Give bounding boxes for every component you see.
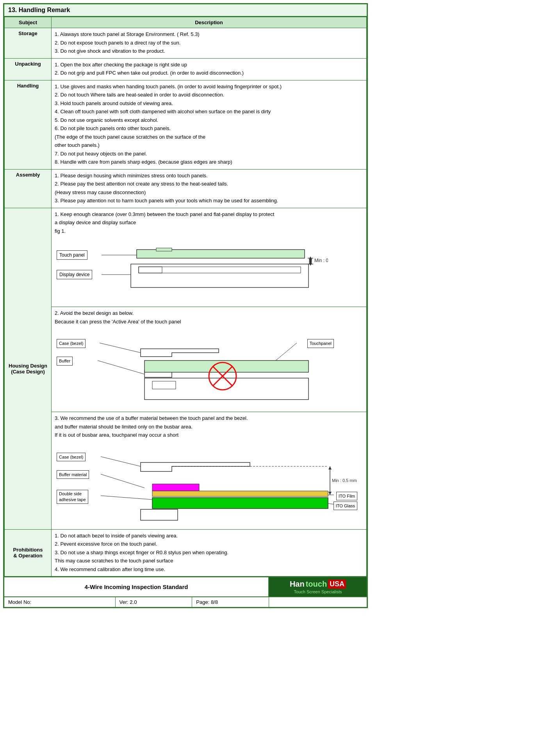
svg-rect-18 [144,361,309,372]
table-row: Handling 1. Use gloves and masks when ha… [5,80,367,169]
svg-marker-30 [328,466,332,469]
subject-prohibitions: Prohibitions & Operation [5,529,52,577]
desc-storage: 1. Alaways store touch panel at Storage … [52,28,367,59]
footer-logo: Han touch USA Touch Screen Specialists [269,577,367,596]
svg-marker-31 [328,492,332,495]
svg-rect-38 [141,509,178,520]
logo-touch: touch [306,580,327,589]
subject-handling: Handling [5,80,52,169]
model-no-cell: Model No: [4,597,116,607]
version-label: Ver: 2.0 [119,599,137,605]
document-title: 13. Handling Remark [4,4,367,17]
svg-text:Min : 0.3mm: Min : 0.3mm [314,258,328,263]
svg-marker-16 [141,349,219,357]
diagram-bezel: Case (bezel) Buffer Touchpanel [55,331,336,409]
table-row: Assembly 1. Please design housing which … [5,169,367,208]
bezel-diagram-svg [55,331,336,409]
logo-usa: USA [328,580,346,589]
desc-prohibitions: 1. Do not attach bezel to inside of pane… [52,529,367,577]
model-label: Model No: [8,599,31,605]
table-row-housing-2: 2. Avoid the bezel design as below. Beca… [5,307,367,412]
table-row: Unpacking 1. Open the box after checking… [5,58,367,80]
subject-housing-design: Housing Design(Case Design) [5,208,52,529]
page-cell: Page: 8/8 [192,597,269,607]
clearance-diagram-svg: Min : 0.3mm [55,239,328,299]
table-row-prohibitions: Prohibitions & Operation 1. Do not attac… [5,529,367,577]
logo-brand: Han touch USA [290,580,346,589]
desc-housing-2: 2. Avoid the bezel design as below. Beca… [52,307,367,412]
subject-storage: Storage [5,28,52,59]
page-label: Page: 8/8 [196,599,218,605]
svg-rect-2 [156,248,172,251]
version-cell: Ver: 2.0 [116,597,193,607]
svg-rect-20 [152,381,176,389]
logo-tagline: Touch Screen Specialists [294,589,342,594]
svg-rect-33 [152,484,199,491]
table-row: Storage 1. Alaways store touch panel at … [5,28,367,59]
svg-marker-11 [309,261,312,264]
footer: 4-Wire Incoming Inspection Standard Han … [4,577,367,596]
svg-line-15 [273,343,297,362]
col-subject: Subject [5,17,52,28]
svg-rect-36 [152,498,328,509]
svg-rect-34 [152,491,328,496]
footer-center-text: 4-Wire Incoming Inspection Standard [4,577,269,596]
svg-rect-4 [131,264,309,287]
desc-housing-3: 3. We recommend the use of a buffer mate… [52,412,367,530]
bottom-bar: Model No: Ver: 2.0 Page: 8/8 [4,596,367,607]
svg-marker-10 [309,258,312,261]
svg-line-13 [100,343,141,353]
svg-marker-27 [141,462,250,471]
svg-rect-5 [139,267,301,273]
buffer-diagram-svg: Min : 0.5 mm [55,445,359,527]
svg-line-26 [101,496,152,500]
document-container: 13. Handling Remark Subject Description … [3,3,368,608]
desc-handling: 1. Use gloves and masks when handing tou… [52,80,367,169]
desc-housing-1: 1. Keep enough clearance (over 0.3mm) be… [52,208,367,307]
diagram-buffer: Case (bezel) Buffer material Double side… [55,445,359,527]
table-row-housing-1: Housing Design(Case Design) 1. Keep enou… [5,208,367,307]
svg-rect-6 [139,267,162,273]
diagram-clearance: Touch panel Display device [55,239,328,301]
svg-line-24 [101,457,141,466]
svg-line-25 [101,474,144,488]
main-table: Subject Description Storage 1. Alaways s… [4,17,367,577]
svg-line-14 [98,361,144,374]
table-row-housing-3: 3. We recommend the use of a buffer mate… [5,412,367,530]
svg-line-37 [328,503,334,504]
subject-assembly: Assembly [5,169,52,208]
subject-unpacking: Unpacking [5,58,52,80]
desc-assembly: 1. Please design housing which minimizes… [52,169,367,208]
table-header: Subject Description [5,17,367,28]
svg-text:Min : 0.5 mm: Min : 0.5 mm [332,478,357,483]
desc-unpacking: 1. Open the box after checking the packa… [52,58,367,80]
logo-han: Han [290,580,305,589]
col-description: Description [52,17,367,28]
logo-spacer [269,597,367,607]
